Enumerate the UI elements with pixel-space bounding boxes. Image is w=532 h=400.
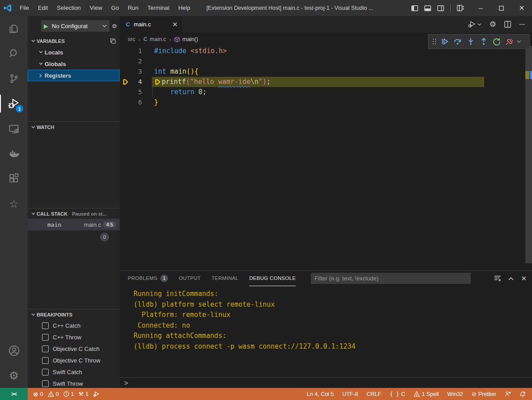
glyph-margin[interactable] [120, 56, 130, 67]
status-0-item[interactable]: 0 [48, 391, 59, 397]
breakpoint-checkbox[interactable] [42, 357, 49, 364]
copy-value-icon[interactable] [110, 38, 116, 44]
glyph-margin[interactable] [120, 97, 130, 108]
code-line[interactable]: 2 [120, 56, 532, 67]
maximize-button[interactable] [491, 0, 511, 16]
explorer-icon[interactable] [0, 16, 28, 41]
variables-item-globals[interactable]: Globals [28, 58, 120, 70]
breadcrumb-item[interactable]: main.c [150, 36, 166, 42]
status-c-item[interactable]: { }C [390, 391, 405, 397]
breakpoint-row[interactable]: Swift Catch [28, 366, 120, 378]
continue-icon[interactable] [438, 35, 451, 48]
status-0-item[interactable]: ⊗0 [33, 391, 43, 398]
status-crlf-item[interactable]: CRLF [367, 391, 381, 397]
code-line[interactable]: 5 return 0; [120, 87, 532, 97]
close-button[interactable]: ✕ [511, 0, 532, 16]
menu-edit[interactable]: Edit [34, 0, 52, 16]
clear-console-icon[interactable] [494, 275, 501, 282]
docker-icon[interactable] [0, 141, 28, 166]
step-into-icon[interactable] [464, 35, 477, 48]
panel-tab-problems[interactable]: PROBLEMS1 [128, 271, 168, 286]
source-control-icon[interactable] [0, 66, 28, 91]
panel-tab-debug-console[interactable]: DEBUG CONSOLE [249, 271, 296, 286]
status-ln-4-col-5-item[interactable]: Ln 4, Col 5 [307, 391, 334, 397]
breakpoint-row[interactable]: C++ Throw [28, 331, 120, 343]
maximize-panel-icon[interactable] [508, 277, 514, 280]
variables-section-header[interactable]: VARIABLES [28, 36, 120, 46]
menu-view[interactable]: View [85, 0, 107, 16]
configure-gear-icon[interactable]: ⚙ [490, 20, 496, 29]
code-line[interactable]: 3int main(){ [120, 67, 532, 77]
minimize-button[interactable]: ─ [470, 0, 491, 16]
toggle-sidebar-icon[interactable] [411, 5, 418, 11]
debug-current-line-icon[interactable] [120, 77, 130, 87]
breakpoint-checkbox[interactable] [42, 334, 49, 341]
extensions-icon[interactable] [0, 166, 28, 191]
status-bell-item[interactable] [519, 391, 526, 397]
split-editor-icon[interactable] [504, 21, 511, 28]
remote-indicator[interactable]: >< [0, 388, 28, 400]
remote-explorer-icon[interactable] [0, 116, 28, 141]
menu-file[interactable]: File [15, 0, 34, 16]
breadcrumb-item[interactable]: main() [182, 36, 198, 42]
console-prompt[interactable]: > [124, 379, 128, 387]
status-feedback-item[interactable] [505, 391, 511, 397]
status-1-item[interactable]: ⚒1 [79, 391, 89, 397]
editor-scrollbar[interactable] [525, 46, 532, 263]
close-panel-icon[interactable]: ✕ [521, 275, 527, 283]
toggle-panel-icon[interactable] [424, 5, 431, 11]
step-over-icon[interactable] [451, 35, 464, 48]
code-line[interactable]: 4printf("hello wamr-ide\n"); [120, 77, 532, 87]
menu-terminal[interactable]: Terminal [143, 0, 174, 16]
console-filter-input[interactable] [311, 273, 471, 284]
search-icon[interactable] [0, 41, 28, 66]
watch-section-header[interactable]: WATCH [28, 121, 120, 132]
toolbar-grip-icon[interactable] [430, 38, 438, 45]
debug-console-output[interactable]: Running initCommands:(lldb) platform sel… [120, 286, 532, 352]
breakpoint-checkbox[interactable] [42, 346, 49, 352]
breakpoint-checkbox[interactable] [42, 380, 49, 387]
wamr-ide-icon[interactable]: ☆ [0, 191, 28, 216]
status-prettier-item[interactable]: ⊘Prettier [472, 391, 496, 397]
menu-help[interactable]: Help [174, 0, 195, 16]
status-win32-item[interactable]: Win32 [447, 391, 463, 397]
breadcrumb-item[interactable]: src [128, 36, 135, 42]
run-or-debug-icon[interactable] [468, 21, 482, 28]
status-utf-8-item[interactable]: UTF-8 [342, 391, 358, 397]
toggle-secondary-sidebar-icon[interactable] [437, 5, 444, 11]
breakpoint-row[interactable]: Objective C Catch [28, 343, 120, 354]
run-and-debug-icon[interactable]: 1 [0, 91, 28, 116]
variables-item-locals[interactable]: Locals [28, 46, 120, 58]
variables-item-registers[interactable]: Registers [28, 70, 120, 81]
account-icon[interactable] [0, 338, 28, 363]
breakpoints-section-header[interactable]: BREAKPOINTS [28, 309, 120, 320]
call-stack-section-header[interactable]: CALL STACK Paused on st... [28, 208, 120, 219]
customize-layout-icon[interactable] [457, 5, 464, 11]
menu-run[interactable]: Run [123, 0, 143, 16]
disconnect-icon[interactable] [503, 35, 516, 48]
debug-toolbar-more-icon[interactable] [517, 40, 521, 43]
breakpoint-row[interactable]: Objective C Throw [28, 354, 120, 366]
stack-frame-row[interactable]: main main.c 4:5 [28, 219, 120, 230]
status-1-item[interactable]: 1 [63, 391, 74, 397]
code-line[interactable]: 6} [120, 97, 532, 108]
restart-icon[interactable] [490, 35, 503, 48]
glyph-margin[interactable] [120, 46, 130, 56]
panel-tab-output[interactable]: OUTPUT [179, 271, 201, 286]
debug-toolbar[interactable] [428, 34, 530, 49]
breakpoint-row[interactable]: Swift Throw [28, 378, 120, 388]
breakpoint-checkbox[interactable] [42, 322, 49, 329]
debug-config-dropdown[interactable]: ▶ No Configurat [41, 20, 109, 32]
breakpoint-row[interactable]: C++ Catch [28, 320, 120, 331]
close-tab-icon[interactable]: ✕ [172, 21, 178, 29]
settings-gear-icon[interactable]: ⚙ [0, 363, 28, 388]
menu-go[interactable]: Go [107, 0, 123, 16]
panel-tab-terminal[interactable]: TERMINAL [211, 271, 239, 286]
open-launch-config-icon[interactable]: ⚙ [112, 23, 117, 29]
tab-main-c[interactable]: C main.c ✕ [120, 16, 182, 33]
glyph-margin[interactable] [120, 87, 130, 97]
glyph-margin[interactable] [120, 67, 130, 77]
step-out-icon[interactable] [477, 35, 490, 48]
status-debug-item[interactable] [93, 391, 100, 397]
more-actions-icon[interactable]: ⋯ [519, 21, 525, 28]
